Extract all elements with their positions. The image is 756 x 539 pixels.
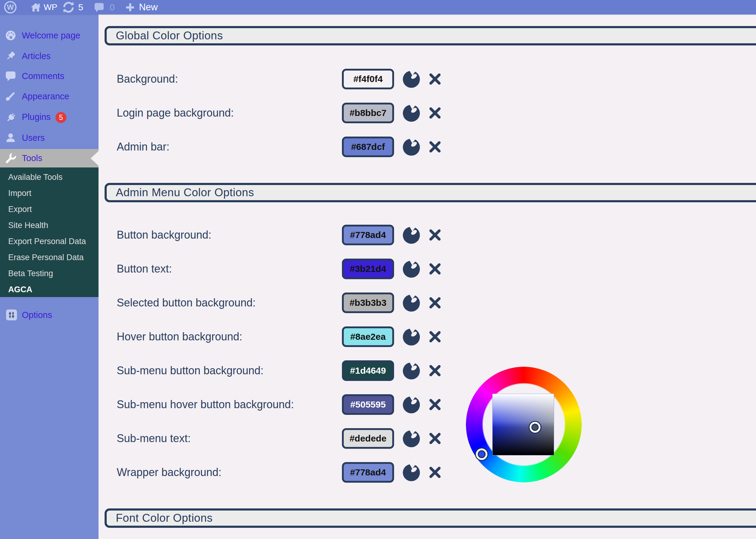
sidebar-item-label: Comments: [22, 71, 64, 81]
submenu-item-import[interactable]: Import: [0, 185, 99, 201]
color-value-input[interactable]: [342, 292, 394, 313]
color-value-input[interactable]: [342, 327, 394, 347]
submenu-item-beta-testing[interactable]: Beta Testing: [0, 266, 99, 281]
palette-icon[interactable]: [402, 361, 421, 380]
saturation-value-square[interactable]: [492, 394, 554, 455]
sidebar-item-label: Appearance: [22, 92, 69, 102]
palette-icon[interactable]: [402, 463, 421, 482]
color-option-row: Button text:: [117, 259, 756, 279]
color-value-input[interactable]: [342, 103, 394, 123]
submenu-item-agca-active[interactable]: AGCA: [0, 281, 99, 298]
clear-color-icon[interactable]: [428, 364, 442, 377]
color-value-input[interactable]: [342, 394, 394, 415]
option-label: Sub-menu button background:: [117, 360, 263, 381]
color-value-input[interactable]: [342, 136, 394, 157]
saturation-value-handle[interactable]: [529, 422, 540, 433]
palette-icon[interactable]: [402, 293, 421, 312]
section-header-global: Global Color Options: [105, 26, 756, 45]
color-option-row: Background:: [117, 69, 756, 89]
palette-icon[interactable]: [402, 104, 421, 122]
clear-color-icon[interactable]: [428, 398, 442, 411]
sliders-icon: [6, 309, 17, 320]
sidebar-item-users[interactable]: Users: [0, 129, 99, 147]
admin-bar: W WP 5 0: [0, 0, 756, 15]
color-option-row: Wrapper background:: [117, 462, 756, 483]
agca-color-settings: Global Color Options Background: Lo: [99, 15, 756, 539]
clear-color-icon[interactable]: [428, 466, 442, 479]
color-option-row: Hover button background:: [117, 327, 756, 347]
palette-icon[interactable]: [402, 226, 421, 244]
color-option-row: Sub-menu text:: [117, 428, 756, 449]
clear-color-icon[interactable]: [428, 330, 442, 344]
comment-icon: [5, 70, 16, 82]
sidebar-item-comments[interactable]: Comments: [0, 67, 99, 85]
color-option-row: Sub-menu button background:: [117, 360, 756, 381]
section-title: Admin Menu Color Options: [107, 186, 254, 199]
updates-count: 5: [78, 2, 83, 12]
sidebar-menu: Welcome page Articles: [0, 15, 99, 539]
color-option-row: Sub-menu hover button background:: [117, 394, 756, 415]
sidebar-item-label: Plugins5: [22, 112, 66, 123]
option-label: Button text:: [117, 259, 172, 279]
home-icon[interactable]: [30, 2, 41, 12]
sidebar-item-plugins[interactable]: Plugins5: [0, 109, 99, 126]
color-value-input[interactable]: [342, 428, 394, 449]
palette-icon[interactable]: [402, 327, 421, 346]
sidebar-item-label: Welcome page: [22, 31, 80, 40]
option-label: Wrapper background:: [117, 462, 222, 483]
sidebar-item-options[interactable]: Options: [0, 306, 99, 324]
palette-icon[interactable]: [402, 260, 421, 278]
palette-icon[interactable]: [402, 429, 421, 448]
site-name[interactable]: WP: [44, 2, 57, 12]
option-label: Sub-menu text:: [117, 428, 191, 449]
clear-color-icon[interactable]: [428, 262, 442, 275]
dashboard-icon: [5, 30, 16, 41]
sidebar-item-appearance[interactable]: Appearance: [0, 87, 99, 106]
color-value-input[interactable]: [342, 462, 394, 483]
option-label: Hover button background:: [117, 327, 242, 347]
updates-icon[interactable]: [62, 1, 74, 13]
color-value-input[interactable]: [342, 360, 394, 381]
color-value-input[interactable]: [342, 259, 394, 279]
sidebar-item-label: Articles: [22, 51, 50, 61]
submenu-item-site-health[interactable]: Site Health: [0, 217, 99, 233]
plugin-icon: [5, 112, 16, 123]
palette-icon[interactable]: [402, 395, 421, 414]
wordpress-logo-icon[interactable]: W: [4, 1, 17, 14]
color-value-input[interactable]: [342, 69, 394, 89]
submenu-item-available-tools[interactable]: Available Tools: [0, 169, 99, 185]
sidebar-item-tools-selected[interactable]: Tools: [0, 149, 99, 168]
clear-color-icon[interactable]: [428, 140, 442, 154]
section-header-font: Font Color Options: [105, 508, 756, 528]
sidebar-item-welcome-page[interactable]: Welcome page: [0, 26, 99, 44]
clear-color-icon[interactable]: [428, 72, 442, 86]
palette-icon[interactable]: [402, 70, 421, 88]
new-button[interactable]: New: [139, 2, 158, 13]
submenu-item-erase-personal-data[interactable]: Erase Personal Data: [0, 250, 99, 266]
comments-bubble-icon[interactable]: [94, 2, 105, 13]
clear-color-icon[interactable]: [428, 432, 442, 445]
submenu-item-export-personal-data[interactable]: Export Personal Data: [0, 233, 99, 250]
comments-count: 0: [110, 2, 115, 12]
hue-ring-handle[interactable]: [476, 448, 487, 460]
tools-submenu: Available Tools Import Export Site Healt…: [0, 168, 99, 297]
clear-color-icon[interactable]: [428, 296, 442, 309]
plus-icon[interactable]: [126, 3, 135, 12]
palette-icon[interactable]: [402, 137, 421, 156]
section-header-admin-menu: Admin Menu Color Options: [105, 183, 756, 202]
color-option-row: Selected button background:: [117, 292, 756, 313]
clear-color-icon[interactable]: [428, 228, 442, 242]
sidebar-item-articles[interactable]: Articles: [0, 47, 99, 65]
color-option-row: Button background:: [117, 225, 756, 245]
option-label: Background:: [117, 69, 178, 89]
clear-color-icon[interactable]: [428, 106, 442, 119]
color-value-input[interactable]: [342, 225, 394, 245]
plugins-count-badge: 5: [55, 112, 66, 123]
option-label: Admin bar:: [117, 136, 169, 157]
option-label: Selected button background:: [117, 292, 255, 313]
sidebar-item-label: Users: [22, 133, 45, 143]
submenu-item-export[interactable]: Export: [0, 201, 99, 217]
svg-text:W: W: [7, 3, 14, 11]
brush-icon: [5, 91, 16, 102]
sidebar-item-label: Options: [22, 310, 52, 320]
